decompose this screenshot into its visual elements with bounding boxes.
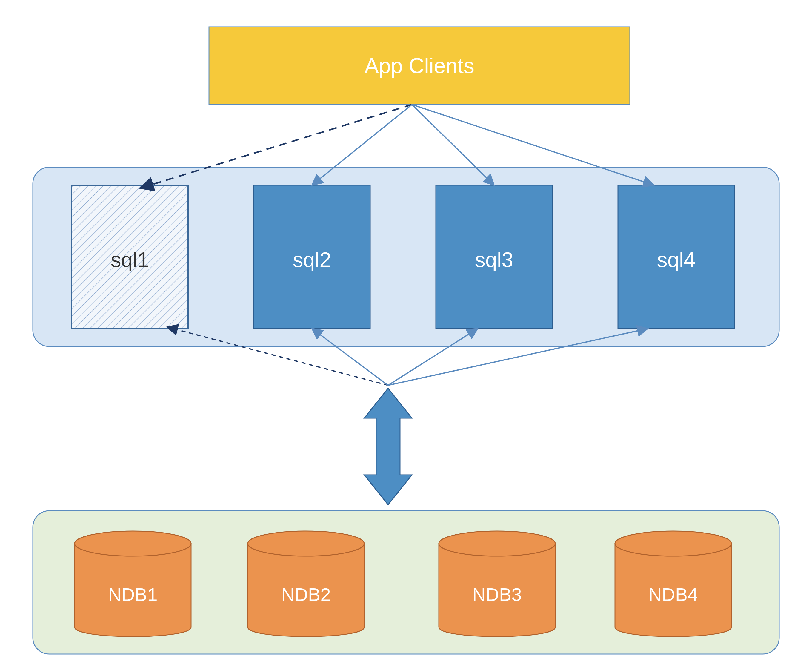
app-clients-label: App Clients: [365, 53, 474, 78]
svg-point-4: [439, 531, 555, 556]
ndb2-label: NDB2: [281, 584, 331, 605]
ndb3-label: NDB3: [472, 584, 522, 605]
svg-point-3: [248, 531, 364, 556]
diagram-svg: [0, 0, 812, 672]
svg-point-5: [615, 531, 732, 556]
sql3-label: sql3: [475, 248, 513, 272]
diagram-stage: App Clients sql1 sql2 sql3 sql4 NDB1 NDB…: [0, 0, 812, 672]
svg-point-2: [75, 531, 191, 556]
ndb1-label: NDB1: [108, 584, 157, 605]
sql1-label: sql1: [111, 248, 149, 272]
ndb4-label: NDB4: [648, 584, 698, 605]
bidirectional-arrow: [364, 388, 412, 505]
sql2-label: sql2: [293, 248, 331, 272]
sql4-label: sql4: [657, 248, 695, 272]
